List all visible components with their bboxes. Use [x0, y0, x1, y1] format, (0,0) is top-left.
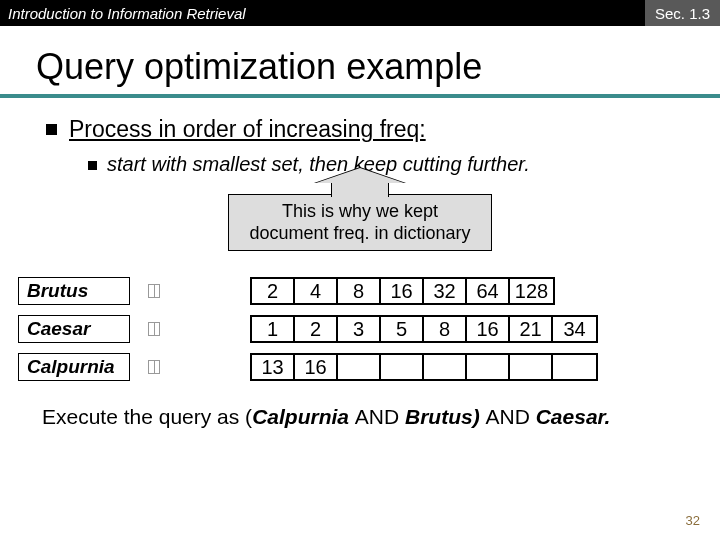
- posting-cell: 5: [381, 317, 424, 341]
- posting-cell: 8: [338, 279, 381, 303]
- posting-cell: 2: [252, 279, 295, 303]
- postings-table: Brutus 2 4 8 16 32 64 128 Caesar 1 2 3 5…: [0, 277, 720, 381]
- posting-cell: 64: [467, 279, 510, 303]
- posting-cell: [510, 355, 553, 379]
- callout-line-1: This is why we kept: [233, 201, 487, 223]
- title-underline: [0, 94, 720, 98]
- footer-text: Execute the query as (Calpurnia AND Brut…: [0, 391, 720, 429]
- posting-cell: 16: [467, 317, 510, 341]
- callout-box: This is why we kept document freq. in di…: [228, 194, 492, 251]
- square-bullet-icon: [46, 124, 57, 135]
- posting-cell: [467, 355, 510, 379]
- posting-list: 13 16: [250, 353, 598, 381]
- slide-title: Query optimization example: [0, 26, 720, 94]
- posting-cell: 21: [510, 317, 553, 341]
- placeholder-icon: [148, 322, 160, 336]
- course-title: Introduction to Information Retrieval: [8, 5, 246, 22]
- posting-row-calpurnia: Calpurnia 13 16: [18, 353, 702, 381]
- placeholder-icon: [148, 284, 160, 298]
- term-box: Caesar: [18, 315, 130, 343]
- posting-cell: [381, 355, 424, 379]
- posting-cell: 4: [295, 279, 338, 303]
- posting-cell: 3: [338, 317, 381, 341]
- page-number: 32: [686, 513, 700, 528]
- posting-cell: 13: [252, 355, 295, 379]
- up-arrow-icon: [314, 167, 406, 197]
- posting-cell: 32: [424, 279, 467, 303]
- posting-cell: [424, 355, 467, 379]
- square-bullet-icon: [88, 161, 97, 170]
- bullet-1-text: Process in order of increasing freq:: [69, 116, 426, 143]
- posting-cell: 8: [424, 317, 467, 341]
- content-area: Process in order of increasing freq: sta…: [0, 116, 720, 251]
- posting-cell: 16: [381, 279, 424, 303]
- posting-cell: 1: [252, 317, 295, 341]
- posting-row-brutus: Brutus 2 4 8 16 32 64 128: [18, 277, 702, 305]
- posting-list: 1 2 3 5 8 16 21 34: [250, 315, 598, 343]
- placeholder-icon: [148, 360, 160, 374]
- section-number: Sec. 1.3: [645, 0, 720, 26]
- header-bar: Introduction to Information Retrieval Se…: [0, 0, 720, 26]
- posting-cell: [553, 355, 596, 379]
- posting-row-caesar: Caesar 1 2 3 5 8 16 21 34: [18, 315, 702, 343]
- posting-cell: 34: [553, 317, 596, 341]
- posting-list: 2 4 8 16 32 64 128: [250, 277, 555, 305]
- callout-line-2: document freq. in dictionary: [233, 223, 487, 245]
- term-box: Calpurnia: [18, 353, 130, 381]
- bullet-level-1: Process in order of increasing freq:: [36, 116, 684, 143]
- term-box: Brutus: [18, 277, 130, 305]
- posting-cell: 16: [295, 355, 338, 379]
- posting-cell: 128: [510, 279, 553, 303]
- posting-cell: [338, 355, 381, 379]
- posting-cell: 2: [295, 317, 338, 341]
